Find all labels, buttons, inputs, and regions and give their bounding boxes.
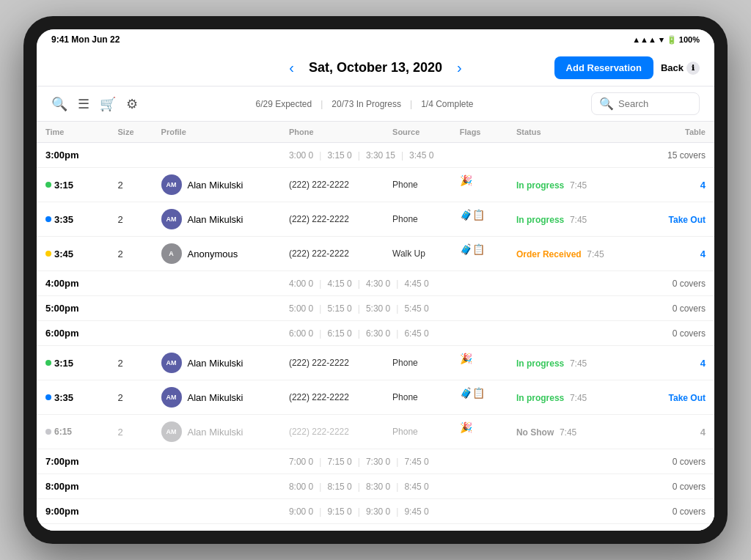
col-table: Table [642,122,714,143]
slot-profile-cell [153,143,280,168]
add-reservation-button[interactable]: Add Reservation [554,56,653,79]
status-bar: 9:41 Mon Jun 22 ▲▲▲ ▾ 🔋 100% [37,29,714,50]
slot-time-label: 5:45 0 [404,303,428,314]
search-box-icon: 🔍 [599,97,614,111]
res-time-cell: 3:35 [37,380,109,415]
slot-status-cell [508,143,642,168]
search-input[interactable] [618,98,692,109]
avatar: AM [161,174,182,195]
slot-time-label: 7:30 0 [366,457,390,467]
slot-time-label: 8:45 0 [404,482,428,492]
avatar: AM [161,421,182,442]
res-profile-cell: AM Alan Mikulski [153,168,280,202]
status-label: In progress [516,358,564,369]
toolbar-icons: 🔍 ☰ 🛒 ⚙ [51,96,138,112]
status-dot [45,394,51,400]
res-source-cell: Phone [384,202,451,237]
res-source-cell: Walk Up [384,237,451,271]
table-container[interactable]: Time Size Profile Phone Source Flags Sta… [37,122,714,531]
back-button[interactable]: Back ℹ [661,62,700,75]
reservation-row[interactable]: 3:45 2 A Anonymous (222) 222-2222 Walk U… [37,237,714,271]
slot-time-label: 5:30 0 [366,303,390,314]
prev-date-button[interactable]: ‹ [283,58,300,78]
slot-time-cell: 10:00pm [37,524,109,531]
flags-content: 🧳📋 [460,387,485,399]
complete-stat: 1/4 Complete [421,99,473,109]
res-flags-cell: 🎉 [451,168,508,193]
reservations-table: Time Size Profile Phone Source Flags Sta… [37,122,714,531]
slot-time-label: 3:30 15 [366,150,395,161]
res-profile-cell: A Anonymous [153,237,280,271]
battery-icon: 🔋 100% [667,35,700,45]
slot-status-cell [508,271,642,296]
profile-name: Alan Mikulski [188,214,243,225]
slot-time-label: 4:45 0 [404,279,428,289]
slot-time-cell: 9:00pm [37,499,109,524]
settings-icon[interactable]: ⚙ [126,96,138,112]
toolbar: 🔍 ☰ 🛒 ⚙ 6/29 Expected | 20/73 In Progres… [37,86,714,122]
flags-content: 🎉 [460,421,472,433]
res-table-cell: 4 [642,346,714,380]
res-phone-cell: (222) 222-2222 [280,237,384,271]
res-source-cell: Phone [384,346,451,380]
next-date-button[interactable]: › [451,58,468,78]
search-box[interactable]: 🔍 [591,92,700,115]
flags-content: 🧳📋 [460,243,485,255]
slot-size-cell [109,321,153,346]
slot-time-label: 4:15 0 [327,279,351,289]
res-time: 6:15 [54,427,72,437]
slot-profile-cell [153,524,280,531]
reservation-row[interactable]: 3:15 2 AM Alan Mikulski (222) 222-2222 P… [37,346,714,380]
res-phone-cell: (222) 222-2222 [280,202,384,237]
table-number: 4 [700,427,706,438]
reservation-row[interactable]: 3:35 2 AM Alan Mikulski (222) 222-2222 P… [37,202,714,237]
takeout-label: Take Out [669,215,706,225]
avatar: AM [161,387,182,408]
profile-name: Alan Mikulski [188,358,243,369]
status-time: 7:45 [570,215,587,225]
slot-time-label: 6:30 0 [366,328,390,339]
res-time: 3:35 [54,214,73,225]
wifi-icon: ▾ [659,35,664,45]
res-time: 3:45 [54,248,73,259]
reservation-row[interactable]: 6:15 2 AM Alan Mikulski (222) 222-2222 P… [37,415,714,449]
res-source-cell: Phone [384,380,451,415]
table-header-row: Time Size Profile Phone Source Flags Sta… [37,122,714,143]
slot-time-label: 8:00 0 [289,482,313,492]
search-icon[interactable]: 🔍 [51,96,67,112]
slot-time-cell: 5:00pm [37,296,109,321]
screen: 9:41 Mon Jun 22 ▲▲▲ ▾ 🔋 100% ‹ Sat, Octo… [37,29,714,531]
slot-times-cell: 8:00 0 | 8:15 0 | 8:30 0 | 8:45 0 [280,474,508,499]
slot-time-label: 8:15 0 [327,482,351,492]
res-table-cell: Take Out [642,202,714,237]
status-time: 7:45 [570,393,587,403]
slot-times-cell: 6:00 0 | 6:15 0 | 6:30 0 | 6:45 0 [280,321,508,346]
res-flags-cell: 🧳📋 [451,237,508,262]
res-profile-cell: AM Alan Mikulski [153,415,280,449]
slot-profile-cell [153,271,280,296]
slot-profile-cell [153,321,280,346]
reservation-row[interactable]: 3:15 2 AM Alan Mikulski (222) 222-2222 P… [37,168,714,202]
reservation-row[interactable]: 3:35 2 AM Alan Mikulski (222) 222-2222 P… [37,380,714,415]
slot-times-cell: 4:00 0 | 4:15 0 | 4:30 0 | 4:45 0 [280,271,508,296]
slot-time-label: 6:15 0 [327,328,351,339]
res-flags-cell: 🧳📋 [451,202,508,227]
col-time: Time [37,122,109,143]
slot-time-label: 5:15 0 [327,303,351,314]
col-flags: Flags [451,122,508,143]
res-time: 3:35 [54,392,73,403]
res-phone-cell: (222) 222-2222 [280,415,384,449]
slot-status-cell [508,524,642,531]
cart-icon[interactable]: 🛒 [100,96,116,112]
flags-content: 🧳📋 [460,209,485,221]
time-slot-row: 7:00pm 7:00 0 | 7:15 0 | 7:30 0 | 7:45 0… [37,449,714,474]
res-source-cell: Phone [384,415,451,449]
slot-profile-cell [153,499,280,524]
status-time: 7:45 [587,249,604,259]
res-time: 3:15 [54,180,73,191]
slot-times-cell: 7:00 0 | 7:15 0 | 7:30 0 | 7:45 0 [280,449,508,474]
res-time-cell: 3:45 [37,237,109,271]
filter-icon[interactable]: ☰ [78,96,89,112]
status-dot [45,251,51,257]
res-profile-cell: AM Alan Mikulski [153,380,280,415]
